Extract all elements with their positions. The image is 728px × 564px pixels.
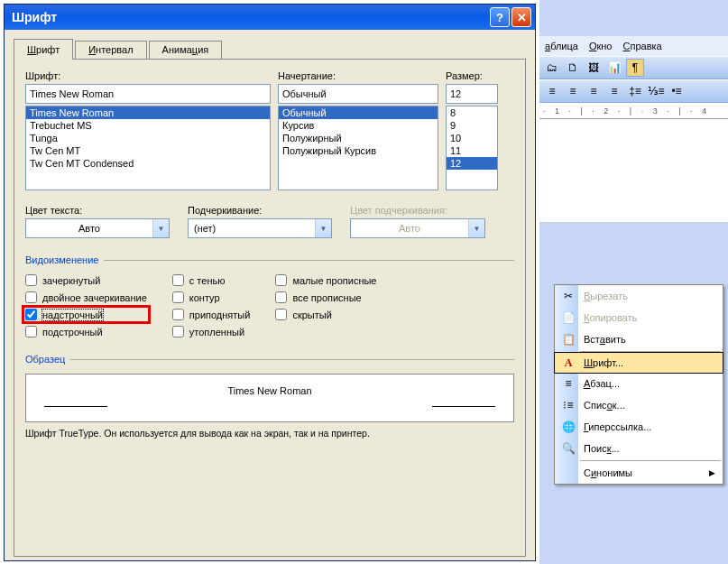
ctx-cut[interactable]: ✂Вырезать — [555, 285, 723, 307]
check-emboss[interactable]: приподнятый — [172, 309, 251, 320]
toolbar-button[interactable]: 🖼 — [585, 59, 603, 77]
font-label: Шрифт: — [25, 70, 271, 81]
list-item[interactable]: 11 — [447, 144, 497, 157]
align-right-button[interactable]: ≡ — [585, 82, 603, 100]
list-item[interactable]: Полужирный Курсив — [279, 144, 438, 157]
check-hidden[interactable]: скрытый — [275, 309, 376, 320]
check-strikethrough[interactable]: зачеркнутый — [25, 274, 147, 286]
ctx-paragraph[interactable]: ≡Абзац... — [555, 373, 723, 394]
chevron-down-icon: ▼ — [315, 219, 331, 237]
tab-interval[interactable]: Интервал — [75, 41, 146, 60]
toolbar-button[interactable]: 🗋 — [564, 59, 582, 77]
menu-help[interactable]: Справка — [623, 41, 662, 51]
list-item[interactable]: Tw Cen MT Condensed — [26, 157, 270, 170]
align-center-button[interactable]: ≡ — [564, 82, 582, 100]
effects-legend: Видоизменение — [25, 254, 98, 265]
list-item[interactable]: Trebuchet MS — [26, 119, 270, 132]
sample-legend: Образец — [25, 354, 65, 365]
check-subscript[interactable]: подстрочный — [25, 326, 147, 337]
underline-dropdown[interactable]: (нет) ▼ — [188, 218, 332, 238]
ctx-hyperlink[interactable]: 🌐Гиперссылка... — [555, 416, 723, 438]
list-item[interactable]: Полужирный — [279, 132, 438, 144]
ctx-font[interactable]: AШрифт... — [554, 352, 723, 374]
list-item[interactable]: 12 — [447, 157, 497, 170]
scissors-icon: ✂ — [558, 290, 578, 302]
hyperlink-icon: 🌐 — [558, 421, 578, 433]
tab-animation[interactable]: Анимация — [149, 41, 223, 60]
search-icon: 🔍 — [558, 442, 578, 455]
size-label: Размер: — [446, 70, 498, 81]
check-engrave[interactable]: утопленный — [172, 326, 251, 337]
context-menu: ✂Вырезать 📄Копировать 📋Вставить AШрифт..… — [554, 284, 723, 485]
menubar[interactable]: аблица Окно Справка — [539, 36, 728, 56]
align-justify-button[interactable]: ≡ — [605, 82, 623, 100]
paragraph-icon: ≡ — [558, 377, 578, 390]
toolbar-2: ≡ ≡ ≡ ≡ ‡≡ ⅓≡ •≡ — [539, 79, 728, 103]
menu-window[interactable]: Окно — [589, 41, 613, 51]
font-info: Шрифт TrueType. Он используется для выво… — [25, 428, 514, 439]
chevron-down-icon: ▼ — [152, 219, 169, 237]
list-item[interactable]: 10 — [447, 132, 497, 144]
underline-color-label: Цвет подчеркивания: — [350, 205, 485, 216]
text-color-dropdown[interactable]: Авто ▼ — [25, 218, 170, 238]
toolbar-button[interactable]: 📊 — [605, 59, 623, 77]
underline-label: Подчеркивание: — [188, 205, 332, 216]
check-superscript[interactable]: надстрочный — [25, 309, 147, 320]
ctx-list[interactable]: ⁝≡Список... — [555, 394, 723, 416]
list-item[interactable]: Tw Cen MT — [26, 144, 270, 157]
color-label: Цвет текста: — [25, 205, 170, 216]
chevron-down-icon: ▼ — [468, 219, 484, 237]
list-item[interactable]: Tunga — [26, 132, 270, 144]
check-outline[interactable]: контур — [172, 291, 251, 303]
underline-color-dropdown: Авто ▼ — [350, 218, 485, 238]
list-item[interactable]: Обычный — [279, 106, 438, 119]
toolbar-button[interactable]: 🗂 — [543, 59, 561, 77]
check-shadow[interactable]: с тенью — [172, 274, 251, 286]
ctx-paste[interactable]: 📋Вставить — [555, 328, 723, 350]
help-button[interactable]: ? — [490, 7, 510, 27]
list-item[interactable]: 9 — [447, 119, 497, 132]
chevron-right-icon: ▶ — [709, 468, 715, 477]
style-label: Начертание: — [278, 70, 438, 81]
toolbar-1: 🗂 🗋 🖼 📊 ¶ — [539, 56, 728, 79]
sample-text: Times New Roman — [227, 385, 311, 396]
list-item[interactable]: Курсив — [279, 119, 438, 132]
sample-preview: Times New Roman — [25, 374, 514, 422]
tab-font[interactable]: Шрифт — [14, 39, 73, 60]
ruler[interactable]: · 1 · | · 2 · | · 3 · | · 4 — [539, 103, 728, 119]
paste-icon: 📋 — [558, 333, 578, 346]
pilcrow-button[interactable]: ¶ — [626, 59, 644, 77]
ctx-search[interactable]: 🔍Поиск... — [555, 438, 723, 459]
font-icon: A — [558, 356, 578, 370]
titlebar[interactable]: Шрифт ? ✕ — [5, 5, 535, 30]
size-input[interactable] — [446, 84, 498, 104]
ctx-synonyms[interactable]: Синонимы▶ — [555, 462, 723, 484]
check-double-strike[interactable]: двойное зачеркивание — [25, 291, 147, 303]
line-spacing-button[interactable]: ‡≡ — [626, 82, 644, 100]
list-item[interactable]: 8 — [447, 106, 497, 119]
document-area[interactable] — [539, 119, 728, 223]
font-dialog: Шрифт ? ✕ Шрифт Интервал Анимация Шрифт:… — [4, 4, 536, 561]
size-listbox[interactable]: 8 9 10 11 12 — [446, 106, 498, 190]
font-listbox[interactable]: Times New Roman Trebuchet MS Tunga Tw Ce… — [25, 106, 271, 190]
style-listbox[interactable]: Обычный Курсив Полужирный Полужирный Кур… — [278, 106, 438, 190]
check-allcaps[interactable]: все прописные — [275, 291, 376, 303]
list-item[interactable]: Times New Roman — [26, 106, 270, 119]
check-smallcaps[interactable]: малые прописные — [275, 274, 376, 286]
dialog-title: Шрифт — [12, 10, 488, 24]
numbered-list-button[interactable]: ⅓≡ — [647, 82, 665, 100]
align-left-button[interactable]: ≡ — [543, 82, 561, 100]
ctx-copy[interactable]: 📄Копировать — [555, 307, 723, 328]
style-input[interactable] — [278, 84, 438, 104]
close-button[interactable]: ✕ — [511, 7, 531, 27]
bullet-list-button[interactable]: •≡ — [668, 82, 686, 100]
tab-strip: Шрифт Интервал Анимация — [14, 39, 526, 60]
copy-icon: 📄 — [558, 311, 578, 324]
list-icon: ⁝≡ — [558, 399, 578, 411]
font-input[interactable] — [25, 84, 271, 104]
menu-table[interactable]: аблица — [545, 41, 578, 51]
